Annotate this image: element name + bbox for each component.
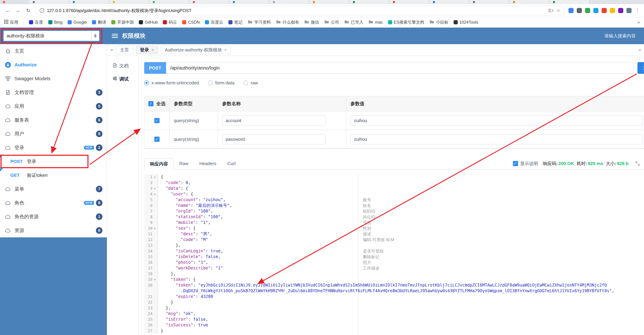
bookmark-item[interactable]: 微信 <box>304 20 319 25</box>
browser-tab[interactable] <box>310 0 350 4</box>
bookmark-item[interactable]: 小目标 <box>430 20 448 25</box>
response-tab-Raw[interactable]: Raw <box>174 158 194 169</box>
sidebar-item-Authorize[interactable]: Authorize <box>0 58 106 72</box>
page-tab-登录[interactable]: 登录× <box>136 46 158 54</box>
extension-icon[interactable] <box>577 8 582 13</box>
radio-icon[interactable] <box>243 80 248 85</box>
sidebar-item-文档管理[interactable]: 文档管理3 <box>0 86 106 99</box>
browser-tab[interactable] <box>350 0 390 4</box>
sidebar-item-菜单[interactable]: 菜单7 <box>0 182 106 196</box>
close-tab-icon[interactable]: × <box>152 48 154 52</box>
browser-tab[interactable] <box>109 0 149 4</box>
bookmark-item[interactable]: 公司 <box>324 20 339 25</box>
bookmark-item[interactable]: 什么都有 <box>276 20 299 25</box>
bookmark-item[interactable]: Bing <box>48 20 62 25</box>
param-checkbox[interactable]: ✓ <box>154 136 160 142</box>
browser-tab[interactable] <box>69 0 109 4</box>
back-button[interactable]: ← <box>4 8 11 14</box>
content-type-radio-form-data[interactable]: form-data <box>208 80 234 86</box>
browser-tab[interactable] <box>550 0 590 4</box>
browser-tab[interactable] <box>390 0 430 4</box>
browser-tab[interactable] <box>510 0 550 4</box>
param-value-input[interactable] <box>350 134 642 144</box>
bookmark-item[interactable]: 开源中国 <box>111 20 134 25</box>
fold-toggle-icon[interactable]: ▾ <box>152 226 157 231</box>
window-close-icon[interactable] <box>3 1 5 3</box>
tabs-scroll-right-icon[interactable]: » <box>638 47 641 52</box>
sidebar-api-item-post[interactable]: POST登录 <box>0 154 106 168</box>
param-name-input[interactable] <box>222 134 326 144</box>
param-name-input[interactable] <box>222 116 326 126</box>
bookmark-item[interactable]: 笔记 <box>228 20 242 25</box>
sidebar-item-登录[interactable]: 登录NEW2 <box>0 141 106 154</box>
content-type-radio-x-www-form-urlencoded[interactable]: x-www-form-urlencoded <box>144 80 199 86</box>
browser-tab[interactable] <box>29 0 69 4</box>
forward-button[interactable]: → <box>14 8 22 14</box>
tabs-scroll-left-icon[interactable]: « <box>110 47 113 52</box>
browser-tab[interactable] <box>189 0 230 4</box>
bookmark-item[interactable]: 已导入 <box>344 20 363 25</box>
bookmark-item[interactable]: 1024Tools <box>454 20 478 25</box>
extension-icon[interactable] <box>610 8 615 13</box>
sidebar-item-Swagger Models[interactable]: Swagger Models <box>0 72 106 86</box>
browser-tab[interactable] <box>149 0 189 4</box>
fold-toggle-icon[interactable]: ▾ <box>152 174 157 180</box>
browser-tab[interactable] <box>430 0 470 4</box>
param-value-input[interactable] <box>350 116 642 126</box>
bookmark-item[interactable]: 应用 <box>4 20 18 25</box>
bookmark-star-icon[interactable]: ☆ <box>556 8 560 14</box>
extension-icon[interactable] <box>618 8 623 13</box>
bookmark-item[interactable]: 学习资料 <box>248 20 271 25</box>
bookmark-item[interactable]: 码云 <box>163 20 177 25</box>
module-select[interactable]: authority-权限模块 <box>4 31 99 41</box>
sidebar-item-服务表[interactable]: 服务表6 <box>0 113 106 127</box>
page-tab-Authorize-authority-权限模块[interactable]: Authorize-authority-权限模块× <box>161 46 231 54</box>
show-description-checkbox[interactable]: ✓ <box>513 161 518 166</box>
fold-toggle-icon[interactable]: ▾ <box>152 186 157 191</box>
content-type-radio-raw[interactable]: raw <box>243 80 258 86</box>
close-tab-icon[interactable]: × <box>224 48 226 52</box>
browser-menu-icon[interactable]: ⋮ <box>635 8 640 14</box>
bookmark-item[interactable]: ES搜索引擎文档 <box>388 20 424 25</box>
browser-tab[interactable] <box>270 0 310 4</box>
hamburger-icon[interactable] <box>112 34 118 38</box>
select-all-checkbox[interactable]: ✓ <box>148 101 154 106</box>
radio-icon[interactable] <box>208 80 213 85</box>
sidebar-item-主页[interactable]: 主页 <box>0 44 106 58</box>
sidebar-item-资源[interactable]: 资源6 <box>0 224 106 237</box>
refresh-button[interactable]: ↻ <box>25 8 32 14</box>
bookmark-item[interactable]: CSDN <box>182 20 200 25</box>
address-bar[interactable]: i 127.0.0.1:8760/api/gate/doc.html#/auth… <box>35 6 565 15</box>
fold-toggle-icon[interactable]: ▾ <box>152 191 157 197</box>
doc-nav-文档[interactable]: 文档 <box>112 63 138 69</box>
site-info-icon[interactable]: i <box>40 8 44 13</box>
response-tab-Curl[interactable]: Curl <box>222 158 241 169</box>
sidebar-item-角色的资源[interactable]: 角色的资源1 <box>0 210 106 224</box>
extension-icon[interactable] <box>626 8 632 13</box>
translate-icon[interactable]: 文A <box>548 8 554 13</box>
bookmark-item[interactable]: mac <box>368 20 383 25</box>
extension-icon[interactable] <box>568 8 574 13</box>
bookmark-item[interactable]: Google <box>68 20 87 25</box>
sidebar-item-角色[interactable]: 角色NEW8 <box>0 196 106 210</box>
sidebar-api-item-get[interactable]: GET验证token <box>0 168 106 182</box>
response-tab-响应内容[interactable]: 响应内容 <box>144 158 174 170</box>
bookmark-item[interactable]: 百度云 <box>205 20 223 25</box>
bookmark-item[interactable]: GitHub <box>139 20 158 25</box>
doc-nav-调试[interactable]: 调试 <box>112 76 138 82</box>
bookmarks-overflow-icon[interactable]: » <box>638 20 640 25</box>
extension-icon[interactable] <box>585 8 590 13</box>
bookmark-item[interactable]: 翻译 <box>92 20 106 25</box>
param-checkbox[interactable]: ✓ <box>154 118 160 123</box>
bookmark-item[interactable]: 百度 <box>29 20 43 25</box>
sidebar-item-应用[interactable]: 应用5 <box>0 99 106 113</box>
fold-toggle-icon[interactable]: ▾ <box>152 277 157 282</box>
browser-tab[interactable] <box>470 0 510 4</box>
extension-icon[interactable] <box>593 8 598 13</box>
browser-tab[interactable] <box>230 0 270 4</box>
sidebar-item-用户[interactable]: 用户9 <box>0 127 106 141</box>
radio-icon[interactable] <box>144 80 149 85</box>
send-button[interactable]: 发送 <box>638 62 644 74</box>
show-description-toggle[interactable]: ✓ 显示说明 <box>513 160 538 167</box>
page-tab-主页[interactable]: 主页 <box>116 46 133 54</box>
